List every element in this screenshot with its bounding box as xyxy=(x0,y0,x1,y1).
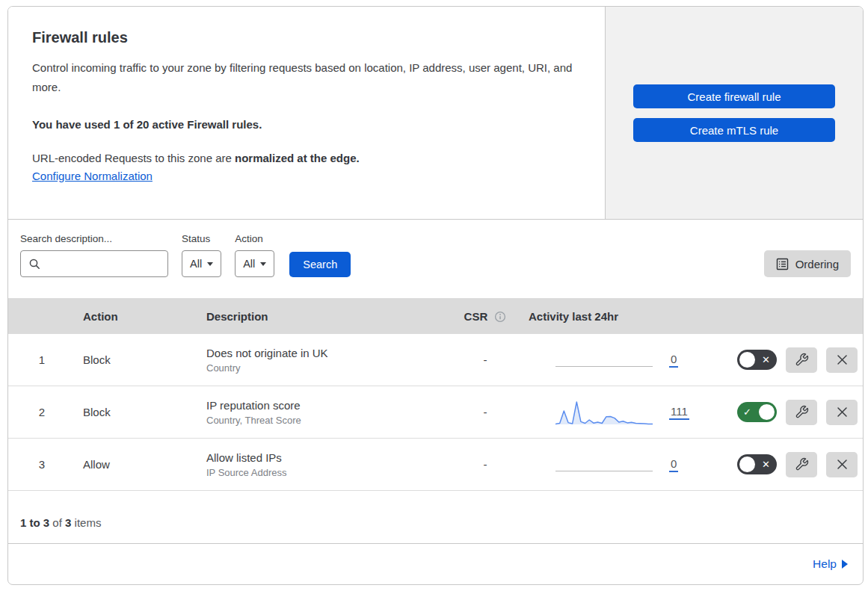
table-row: 2 Block IP reputation score Country, Thr… xyxy=(8,386,863,439)
delete-rule-button[interactable] xyxy=(826,347,858,373)
items-text: items xyxy=(71,516,101,529)
toggle-knob xyxy=(739,352,755,368)
configure-normalization-link[interactable]: Configure Normalization xyxy=(32,170,153,182)
delete-rule-button[interactable] xyxy=(826,400,858,425)
rule-controls: ✕ xyxy=(713,347,863,373)
search-button[interactable]: Search xyxy=(289,252,351,277)
activity-sparkline-flat xyxy=(555,471,653,471)
ordering-list-icon xyxy=(776,258,789,270)
toggle-on-check-icon: ✓ xyxy=(743,407,751,417)
activity-count-link[interactable]: 0 xyxy=(669,457,678,472)
status-selected-value: All xyxy=(190,258,202,270)
rule-description: Allow listed IPs xyxy=(206,451,448,464)
table-header: Action Description CSR Activity last 24h… xyxy=(8,298,863,334)
table-row: 3 Allow Allow listed IPs IP Source Addre… xyxy=(8,439,863,491)
rule-activity-cell: 111 xyxy=(523,397,713,427)
page-description: Control incoming traffic to your zone by… xyxy=(32,58,578,98)
status-label: Status xyxy=(182,233,221,244)
rule-activity-cell: 0 xyxy=(523,353,713,368)
ordering-button[interactable]: Ordering xyxy=(764,250,851,277)
rule-controls: ✓ xyxy=(713,400,863,425)
range-value: 1 to 3 xyxy=(20,516,49,529)
action-selected-value: All xyxy=(243,258,255,270)
activity-sparkline xyxy=(555,397,653,427)
search-group: Search description... xyxy=(20,233,168,277)
action-filter-group: Action All xyxy=(235,233,274,277)
rule-priority: 2 xyxy=(8,406,76,418)
rule-enabled-toggle[interactable]: ✕ xyxy=(737,454,777,474)
header-panel: Firewall rules Control incoming traffic … xyxy=(8,7,605,219)
status-filter-group: Status All xyxy=(182,233,221,277)
edit-rule-button[interactable] xyxy=(786,400,817,425)
rule-priority: 1 xyxy=(8,353,76,366)
rule-activity-cell: 0 xyxy=(523,457,713,472)
search-description-input[interactable] xyxy=(45,253,180,275)
info-icon[interactable] xyxy=(494,311,506,323)
wrench-icon xyxy=(795,457,809,471)
toggle-off-x-icon: ✕ xyxy=(762,460,770,469)
toggle-knob xyxy=(739,457,755,472)
delete-rule-button[interactable] xyxy=(826,452,858,477)
arrow-right-icon xyxy=(842,560,848,569)
actions-panel: Create firewall rule Create mTLS rule xyxy=(605,7,863,219)
rule-csr: - xyxy=(448,353,523,366)
page-title: Firewall rules xyxy=(32,29,578,46)
rule-priority: 3 xyxy=(8,458,76,471)
wrench-icon xyxy=(795,353,809,367)
close-icon xyxy=(837,406,848,418)
close-icon xyxy=(837,459,848,470)
rule-description: Does not originate in UK xyxy=(206,347,448,359)
action-column-header: Action xyxy=(76,310,206,323)
help-link[interactable]: Help xyxy=(813,557,848,571)
rule-action: Allow xyxy=(76,458,206,471)
status-select[interactable]: All xyxy=(182,250,221,277)
pagination-summary: 1 to 3 of 3 items xyxy=(8,491,863,543)
table-row: 1 Block Does not originate in UK Country… xyxy=(8,334,863,386)
rule-description-cell: IP reputation score Country, Threat Scor… xyxy=(206,399,448,426)
search-box xyxy=(20,250,168,277)
action-label: Action xyxy=(235,233,274,244)
help-label: Help xyxy=(813,557,837,571)
csr-header-label: CSR xyxy=(464,310,488,323)
normalization-text: URL-encoded Requests to this zone are xyxy=(32,152,235,164)
edit-rule-button[interactable] xyxy=(786,347,817,373)
rule-csr: - xyxy=(448,458,523,471)
rule-description-cell: Does not originate in UK Country xyxy=(206,347,448,374)
of-text: of xyxy=(49,516,65,529)
rule-csr: - xyxy=(448,406,523,418)
close-icon xyxy=(837,354,848,365)
filter-bar: Search description... Status All Action … xyxy=(8,220,863,298)
normalization-bold: normalized at the edge. xyxy=(235,152,360,164)
rule-description-cell: Allow listed IPs IP Source Address xyxy=(206,451,448,478)
rule-action: Block xyxy=(76,353,206,366)
search-label: Search description... xyxy=(20,233,168,244)
csr-column-header: CSR xyxy=(448,310,523,323)
firewall-rules-card: Firewall rules Control incoming traffic … xyxy=(7,6,864,585)
activity-count-link[interactable]: 0 xyxy=(669,353,678,368)
rule-fields: IP Source Address xyxy=(206,467,448,478)
rule-controls: ✕ xyxy=(713,452,863,477)
chevron-down-icon xyxy=(260,262,266,266)
rule-enabled-toggle[interactable]: ✕ xyxy=(737,350,777,370)
create-firewall-rule-button[interactable]: Create firewall rule xyxy=(633,84,835,108)
action-select[interactable]: All xyxy=(235,250,274,277)
ordering-label: Ordering xyxy=(795,258,839,270)
rule-description: IP reputation score xyxy=(206,399,448,412)
toggle-knob xyxy=(759,404,775,420)
activity-sparkline-flat xyxy=(555,366,653,367)
chevron-down-icon xyxy=(207,262,213,266)
rule-enabled-toggle[interactable]: ✓ xyxy=(737,402,777,422)
activity-count-link[interactable]: 111 xyxy=(669,405,689,420)
create-mtls-rule-button[interactable]: Create mTLS rule xyxy=(633,118,835,142)
help-bar: Help xyxy=(8,543,863,584)
wrench-icon xyxy=(795,405,809,419)
rule-fields: Country xyxy=(206,362,448,374)
edit-rule-button[interactable] xyxy=(786,452,817,477)
toggle-off-x-icon: ✕ xyxy=(762,355,770,365)
rule-action: Block xyxy=(76,406,206,418)
activity-column-header: Activity last 24hr xyxy=(523,310,713,323)
header-region: Firewall rules Control incoming traffic … xyxy=(8,7,863,220)
normalization-note: URL-encoded Requests to this zone are no… xyxy=(32,152,578,164)
search-icon xyxy=(28,258,40,270)
usage-summary: You have used 1 of 20 active Firewall ru… xyxy=(32,118,578,131)
